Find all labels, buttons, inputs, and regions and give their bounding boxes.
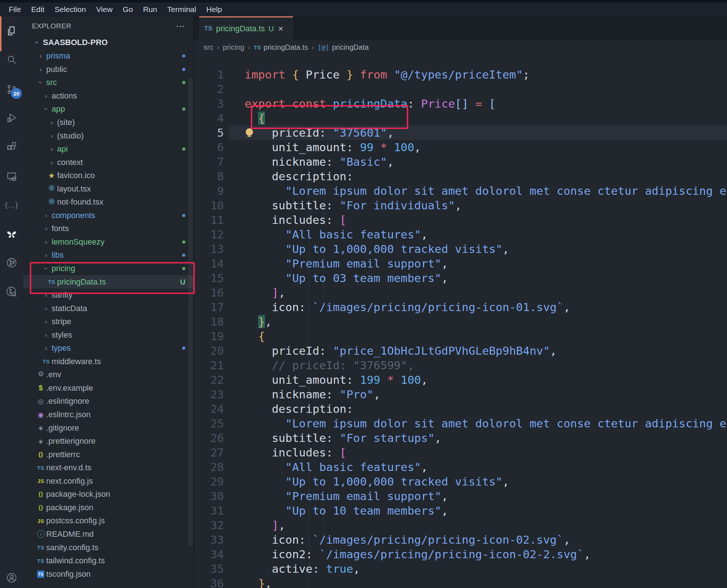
- account-icon[interactable]: [3, 569, 20, 587]
- code-line-9[interactable]: "Lorem ipsum dolor sit amet dolorol met …: [245, 184, 727, 198]
- tree-item-package-lock-json[interactable]: {}package-lock.json: [23, 488, 193, 501]
- code-line-33[interactable]: icon: `/images/pricing/pricing-icon-02.s…: [245, 532, 727, 547]
- code-line-29[interactable]: "Up to 1,000,000 tracked visits",: [245, 474, 727, 489]
- tree-item-types[interactable]: ›types: [23, 342, 193, 355]
- activity-item-remote-explorer[interactable]: [3, 168, 20, 185]
- activity-item-source-control[interactable]: 20: [3, 81, 20, 98]
- code-line-17[interactable]: icon: `/images/pricing/pricing-icon-01.s…: [245, 300, 727, 314]
- tree-item-staticdata[interactable]: ›staticData: [23, 302, 193, 315]
- tab-pricingdata[interactable]: TS pricingData.ts U ×: [199, 16, 293, 40]
- tree-item-app[interactable]: ›app: [23, 102, 193, 116]
- code-line-13[interactable]: "Up to 1,000,000 tracked visits",: [245, 242, 727, 256]
- tree-item--env[interactable]: .env: [23, 368, 193, 382]
- code-line-23[interactable]: nickname: "Pro",: [245, 387, 727, 402]
- tree-item-components[interactable]: ›components: [23, 209, 193, 222]
- code-line-10[interactable]: subtitle: "For individuals",: [245, 198, 727, 213]
- code-line-24[interactable]: description:: [245, 402, 727, 416]
- tree-item-context[interactable]: ›context: [23, 156, 193, 169]
- tree-item-sanity-config-ts[interactable]: TSsanity.config.ts: [23, 541, 193, 554]
- tree-item-next-config-js[interactable]: JSnext.config.js: [23, 475, 193, 488]
- code-line-12[interactable]: "All basic features",: [245, 227, 727, 242]
- tree-item-layout-tsx[interactable]: layout.tsx: [23, 182, 193, 196]
- activity-item-extensions[interactable]: [3, 138, 20, 156]
- activity-item-git-graph-search[interactable]: [3, 283, 20, 301]
- tree-item-postcss-config-js[interactable]: JSpostcss.config.js: [23, 514, 193, 528]
- code-line-11[interactable]: includes: [: [245, 213, 727, 227]
- tree-item-stripe[interactable]: ›stripe: [23, 315, 193, 329]
- tree-item-favicon-ico[interactable]: ★favicon.ico: [23, 169, 193, 182]
- tree-item-readme-md[interactable]: iREADME.md: [23, 528, 193, 541]
- tree-item-prisma[interactable]: ›prisma: [23, 49, 193, 63]
- tree-item-actions[interactable]: ›actions: [23, 89, 193, 103]
- code-line-30[interactable]: "Premium email support",: [245, 489, 727, 503]
- tree-item--site-[interactable]: ›(site): [23, 116, 193, 129]
- code-line-18[interactable]: },: [245, 314, 727, 329]
- activity-item-braces-extension[interactable]: {...}: [3, 196, 20, 214]
- activity-item-search[interactable]: [3, 51, 20, 69]
- code-line-32[interactable]: ],: [245, 518, 727, 532]
- breadcrumb-item-src[interactable]: src: [204, 43, 213, 52]
- activity-item-run-and-debug[interactable]: [3, 109, 20, 126]
- tree-item--prettierrc[interactable]: {}.prettierrc: [23, 448, 193, 461]
- menu-item-run[interactable]: Run: [138, 5, 162, 14]
- code-editor[interactable]: 1234567891011121314151617181920212223242…: [194, 51, 727, 588]
- tree-item-next-env-d-ts[interactable]: TSnext-env.d.ts: [23, 461, 193, 475]
- code-line-20[interactable]: priceId: "price_1ObHcJLtGdPVhGLeBp9hB4nv…: [245, 343, 727, 358]
- code-line-22[interactable]: unit_amount: 199 * 100,: [245, 372, 727, 387]
- code-line-25[interactable]: "Lorem ipsum dolor sit amet dolorol met …: [245, 416, 727, 431]
- sidebar-scrollbar[interactable]: [188, 78, 193, 547]
- code-line-6[interactable]: unit_amount: 99 * 100,: [245, 140, 727, 154]
- tree-item--env-example[interactable]: $.env.example: [23, 382, 193, 395]
- code-content[interactable]: import { Price } from "@/types/priceItem…: [245, 67, 727, 588]
- menu-item-selection[interactable]: Selection: [49, 5, 91, 14]
- close-icon[interactable]: ×: [278, 24, 283, 34]
- code-line-8[interactable]: description:: [245, 169, 727, 184]
- code-line-27[interactable]: includes: [: [245, 445, 727, 460]
- tree-item-lemonsqueezy[interactable]: ›lemonSqueezy: [23, 235, 193, 249]
- code-line-15[interactable]: "Up to 03 team members",: [245, 271, 727, 285]
- code-line-19[interactable]: {: [245, 329, 727, 343]
- workspace-root-row[interactable]: › SAASBOLD-PRO: [23, 36, 193, 49]
- tree-item-fonts[interactable]: ›fonts: [23, 222, 193, 235]
- menu-item-view[interactable]: View: [91, 5, 117, 14]
- tree-item--prettierignore[interactable]: ◈.prettierignore: [23, 435, 193, 448]
- code-line-34[interactable]: icon2: `/images/pricing/pricing-icon-02-…: [245, 547, 727, 561]
- code-line-16[interactable]: ],: [245, 285, 727, 300]
- tree-item-public[interactable]: ›public: [23, 63, 193, 76]
- tree-item-middleware-ts[interactable]: TSmiddleware.ts: [23, 355, 193, 368]
- code-line-31[interactable]: "Up to 10 team members",: [245, 503, 727, 518]
- breadcrumb-item-pricingdata[interactable]: [@]pricingData: [318, 43, 369, 52]
- breadcrumb-item-pricingdata.ts[interactable]: TSpricingData.ts: [254, 43, 308, 52]
- activity-item-git-graph[interactable]: [3, 254, 20, 271]
- activity-item-explorer[interactable]: [3, 22, 20, 40]
- menu-item-go[interactable]: Go: [118, 5, 138, 14]
- tree-item-styles[interactable]: ›styles: [23, 328, 193, 342]
- code-line-36[interactable]: },: [245, 576, 727, 588]
- tree-item--eslintignore[interactable]: ◎.eslintignore: [23, 395, 193, 408]
- code-line-1[interactable]: import { Price } from "@/types/priceItem…: [245, 67, 727, 82]
- code-line-7[interactable]: nickname: "Basic",: [245, 154, 727, 169]
- code-line-35[interactable]: active: true,: [245, 561, 727, 576]
- code-line-26[interactable]: subtitle: "For startups",: [245, 431, 727, 445]
- tree-item-src[interactable]: ›src: [23, 76, 193, 89]
- more-actions-icon[interactable]: ⋯: [176, 24, 185, 28]
- tree-item--eslintrc-json[interactable]: ◉.eslintrc.json: [23, 408, 193, 422]
- tree-item-tsconfig-json[interactable]: TStsconfig.json: [23, 567, 193, 581]
- code-line-21[interactable]: // priceId: "376599",: [245, 358, 727, 372]
- tree-item-api[interactable]: ›api: [23, 142, 193, 156]
- code-line-28[interactable]: "All basic features",: [245, 460, 727, 474]
- menu-item-help[interactable]: Help: [201, 5, 227, 14]
- tree-item-package-json[interactable]: {}package.json: [23, 501, 193, 515]
- tree-item-not-found-tsx[interactable]: not-found.tsx: [23, 196, 193, 209]
- tree-item--studio-[interactable]: ›(studio): [23, 129, 193, 142]
- tree-item--gitignore[interactable]: ◈.gitignore: [23, 421, 193, 435]
- code-line-14[interactable]: "Premium email support",: [245, 256, 727, 271]
- code-line-2[interactable]: [245, 82, 727, 96]
- menu-item-edit[interactable]: Edit: [26, 5, 49, 14]
- tree-item-libs[interactable]: ›libs: [23, 249, 193, 262]
- activity-item-butterfly-extension[interactable]: [3, 226, 20, 243]
- menu-item-file[interactable]: File: [4, 5, 26, 14]
- tree-item-tailwind-config-ts[interactable]: TStailwind.config.ts: [23, 554, 193, 568]
- breadcrumb-item-pricing[interactable]: pricing: [223, 43, 244, 52]
- menu-item-terminal[interactable]: Terminal: [162, 5, 201, 14]
